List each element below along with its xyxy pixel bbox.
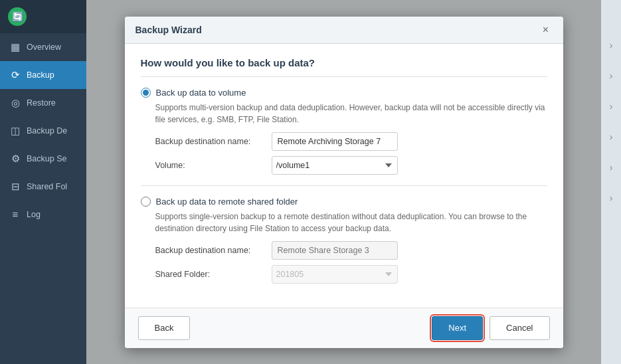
sidebar-label-backup-se: Backup Se — [27, 154, 66, 163]
dest-name-input-volume[interactable] — [272, 132, 398, 151]
option-volume-label[interactable]: Back up data to volume — [156, 88, 246, 98]
dest-name-label-shared: Backup destination name: — [155, 246, 272, 255]
chevron-2[interactable]: › — [610, 70, 613, 81]
app-logo-icon: 🔄 — [8, 7, 27, 26]
option-shared-desc: Supports single-version backup to a remo… — [155, 211, 547, 234]
modal-overlay: Backup Wizard × How would you like to ba… — [86, 0, 601, 364]
option-shared-label[interactable]: Back up data to remote shared folder — [156, 197, 298, 207]
next-button[interactable]: Next — [432, 316, 483, 340]
chevron-1[interactable]: › — [610, 40, 613, 50]
shared-folder-label: Shared Folder: — [155, 270, 272, 279]
option-volume-header: Back up data to volume — [141, 88, 547, 98]
section-divider — [141, 185, 547, 186]
shared-folder-select: 201805 — [272, 265, 398, 284]
sidebar-item-backup-de[interactable]: ◫ Backup De — [0, 117, 86, 145]
dest-name-label-volume: Backup destination name: — [155, 137, 272, 146]
dialog-title: Backup Wizard — [135, 25, 202, 35]
volume-row: Volume: /volume1 — [155, 156, 547, 175]
dest-name-row-shared: Backup destination name: — [155, 241, 547, 260]
sidebar-label-shared: Shared Fol — [27, 182, 67, 191]
option-volume: Back up data to volume Supports multi-ve… — [141, 88, 547, 175]
sidebar-logo: 🔄 — [0, 0, 86, 33]
backup-wizard-dialog: Backup Wizard × How would you like to ba… — [125, 17, 563, 348]
close-button[interactable]: × — [539, 23, 553, 37]
shared-folder-row: Shared Folder: 201805 — [155, 265, 547, 284]
sidebar-label-backup-de: Backup De — [27, 126, 67, 136]
option-shared-folder: Back up data to remote shared folder Sup… — [141, 197, 547, 284]
sidebar-item-log[interactable]: ≡ Log — [0, 201, 86, 228]
sidebar-label-log: Log — [27, 210, 41, 219]
restore-icon: ◎ — [9, 97, 21, 109]
option-volume-desc: Supports multi-version backup and data d… — [155, 102, 547, 126]
shared-fol-icon: ⊟ — [9, 181, 21, 193]
backup-se-icon: ⚙ — [9, 153, 21, 165]
dialog-question: How would you like to back up data? — [141, 57, 547, 77]
main-area: Backup Wizard × How would you like to ba… — [86, 0, 601, 364]
cancel-button[interactable]: Cancel — [489, 316, 549, 340]
chevron-5[interactable]: › — [610, 162, 613, 173]
sidebar-item-restore[interactable]: ◎ Restore — [0, 89, 86, 117]
sidebar-item-backup[interactable]: ⟳ Backup — [0, 61, 86, 89]
log-icon: ≡ — [9, 209, 21, 220]
option-shared-header: Back up data to remote shared folder — [141, 197, 547, 207]
backup-icon: ⟳ — [9, 69, 21, 81]
dialog-body: How would you like to back up data? Back… — [125, 44, 563, 308]
footer-right-buttons: Next Cancel — [432, 316, 549, 340]
sidebar-item-shared-fol[interactable]: ⊟ Shared Fol — [0, 173, 86, 201]
dest-name-row-volume: Backup destination name: — [155, 132, 547, 151]
chevron-4[interactable]: › — [610, 132, 613, 142]
sidebar-item-overview[interactable]: ▦ Overview — [0, 33, 86, 61]
back-button[interactable]: Back — [138, 316, 191, 340]
right-panel: › › › › › › — [601, 0, 621, 364]
dialog-footer: Back Next Cancel — [125, 308, 563, 348]
radio-volume[interactable] — [141, 88, 151, 98]
sidebar-label-overview: Overview — [27, 43, 61, 52]
chevron-3[interactable]: › — [610, 101, 613, 112]
dialog-header: Backup Wizard × — [125, 17, 563, 44]
volume-select[interactable]: /volume1 — [272, 156, 398, 175]
volume-label: Volume: — [155, 161, 272, 170]
dest-name-input-shared — [272, 241, 398, 260]
sidebar-label-backup: Backup — [27, 70, 54, 80]
sidebar: 🔄 ▦ Overview ⟳ Backup ◎ Restore ◫ Backup… — [0, 0, 86, 364]
radio-shared[interactable] — [141, 197, 151, 207]
sidebar-item-backup-se[interactable]: ⚙ Backup Se — [0, 145, 86, 173]
sidebar-label-restore: Restore — [27, 98, 56, 108]
chevron-6[interactable]: › — [610, 193, 613, 203]
backup-de-icon: ◫ — [9, 125, 21, 137]
overview-icon: ▦ — [9, 41, 21, 53]
